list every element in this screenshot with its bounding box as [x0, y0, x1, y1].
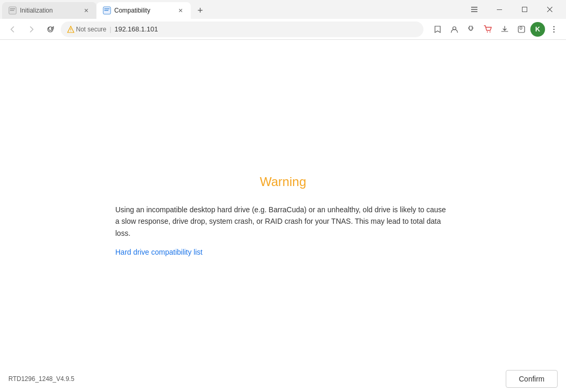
- version-label: RTD1296_1248_V4.9.5: [8, 375, 74, 383]
- svg-point-12: [487, 31, 488, 32]
- tab-compatibility-icon: [103, 6, 111, 15]
- minimize-button[interactable]: [487, 1, 511, 18]
- svg-rect-1: [10, 8, 15, 9]
- svg-rect-5: [104, 10, 108, 11]
- shopping-button[interactable]: [480, 21, 496, 37]
- warning-container: Warning Using an incompatible desktop ha…: [115, 175, 451, 257]
- settings-button[interactable]: [462, 1, 486, 18]
- tab-initialization-label: Initialization: [20, 7, 79, 14]
- title-bar: Initialization ✕ Compatibility ✕ +: [0, 0, 566, 19]
- warning-text: Using an incompatible desktop hard drive…: [115, 204, 451, 239]
- bookmark-button[interactable]: [430, 21, 445, 37]
- not-secure-label: Not secure: [76, 26, 106, 33]
- user-profile-button[interactable]: K: [530, 22, 545, 37]
- page-footer: RTD1296_1248_V4.9.5 Confirm: [0, 366, 566, 392]
- tab-initialization[interactable]: Initialization ✕: [2, 2, 96, 19]
- forward-button[interactable]: [23, 21, 40, 38]
- download-button[interactable]: [497, 21, 513, 37]
- browser-profile-button[interactable]: [447, 21, 462, 37]
- svg-rect-4: [104, 8, 110, 9]
- maximize-button[interactable]: [513, 1, 537, 18]
- warning-title: Warning: [115, 175, 451, 189]
- separator: |: [110, 25, 111, 33]
- svg-rect-7: [523, 7, 527, 12]
- url-display: 192.168.1.101: [114, 25, 158, 33]
- svg-point-17: [553, 31, 554, 32]
- window-controls: [458, 0, 566, 19]
- tab-compatibility-label: Compatibility: [114, 7, 173, 14]
- hard-drive-compatibility-link[interactable]: Hard drive compatibility list: [115, 248, 203, 257]
- not-secure-indicator: Not secure: [67, 26, 106, 33]
- svg-point-13: [489, 31, 491, 32]
- nav-bar: Not secure | 192.168.1.101: [0, 19, 566, 40]
- svg-rect-2: [10, 10, 14, 11]
- svg-point-10: [70, 30, 71, 31]
- confirm-button[interactable]: Confirm: [506, 370, 558, 388]
- profile-initial: K: [535, 25, 540, 33]
- refresh-button[interactable]: [42, 21, 59, 38]
- tabs-area: Initialization ✕ Compatibility ✕ +: [0, 0, 458, 19]
- page-content: Warning Using an incompatible desktop ha…: [0, 40, 566, 392]
- tab-compatibility-close[interactable]: ✕: [176, 6, 184, 15]
- tab-compatibility[interactable]: Compatibility ✕: [96, 2, 191, 19]
- svg-point-15: [553, 26, 554, 27]
- toolbar-icons: K: [430, 21, 562, 37]
- close-button[interactable]: [538, 1, 562, 18]
- extensions-button[interactable]: [463, 21, 479, 37]
- puzzle-button[interactable]: [514, 21, 529, 37]
- browser-window: Initialization ✕ Compatibility ✕ +: [0, 0, 566, 392]
- tab-initialization-icon: [8, 6, 17, 15]
- tab-initialization-close[interactable]: ✕: [82, 6, 90, 15]
- new-tab-button[interactable]: +: [193, 3, 208, 18]
- svg-point-16: [553, 28, 554, 29]
- menu-button[interactable]: [546, 21, 562, 37]
- svg-rect-6: [497, 9, 502, 10]
- back-button[interactable]: [4, 21, 21, 38]
- address-bar[interactable]: Not secure | 192.168.1.101: [61, 21, 423, 37]
